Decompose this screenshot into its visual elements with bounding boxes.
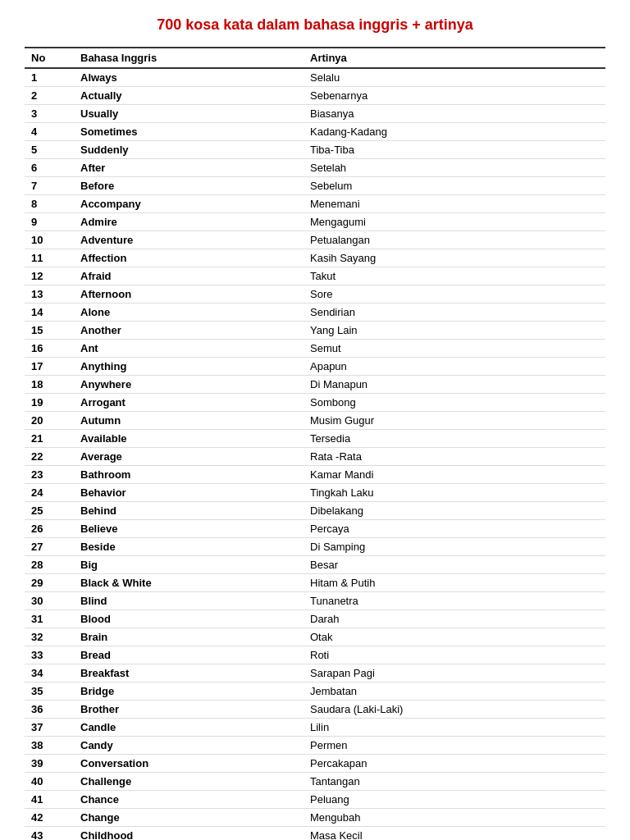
cell-number: 26 <box>25 520 74 538</box>
cell-number: 18 <box>25 376 74 394</box>
cell-number: 13 <box>25 285 74 304</box>
cell-translation: Otak <box>304 628 605 646</box>
cell-number: 39 <box>25 755 74 773</box>
cell-english: Believe <box>74 520 304 538</box>
cell-number: 25 <box>25 502 74 520</box>
cell-number: 14 <box>25 304 74 322</box>
cell-number: 15 <box>25 322 74 340</box>
cell-english: Ant <box>74 340 304 358</box>
cell-english: Bathroom <box>74 466 304 484</box>
cell-english: Usually <box>74 105 304 123</box>
cell-translation: Yang Lain <box>304 322 605 340</box>
cell-translation: Kadang-Kadang <box>304 123 605 141</box>
cell-number: 41 <box>25 791 74 809</box>
cell-english: Anywhere <box>74 376 304 394</box>
cell-translation: Apapun <box>304 358 605 376</box>
cell-number: 43 <box>25 827 74 841</box>
table-row: 23BathroomKamar Mandi <box>25 466 605 484</box>
cell-translation: Percakapan <box>304 755 605 773</box>
table-row: 14AloneSendirian <box>25 304 605 322</box>
table-row: 41ChancePeluang <box>25 791 605 809</box>
table-row: 30BlindTunanetra <box>25 592 605 610</box>
cell-english: Arrogant <box>74 394 304 412</box>
table-row: 34BreakfastSarapan Pagi <box>25 664 605 682</box>
cell-english: Big <box>74 556 304 574</box>
cell-translation: Takut <box>304 267 605 285</box>
table-row: 5SuddenlyTiba-Tiba <box>25 141 605 159</box>
cell-translation: Setelah <box>304 159 605 177</box>
cell-english: Afraid <box>74 267 304 285</box>
cell-english: Available <box>74 430 304 448</box>
table-row: 25BehindDibelakang <box>25 502 605 520</box>
cell-translation: Tunanetra <box>304 592 605 610</box>
cell-number: 9 <box>25 213 74 231</box>
cell-translation: Tantangan <box>304 773 605 791</box>
cell-english: Chance <box>74 791 304 809</box>
table-row: 43ChildhoodMasa Kecil <box>25 827 605 841</box>
cell-number: 35 <box>25 682 74 701</box>
cell-translation: Tersedia <box>304 430 605 448</box>
cell-number: 29 <box>25 574 74 592</box>
cell-number: 20 <box>25 412 74 430</box>
cell-english: Behind <box>74 502 304 520</box>
cell-translation: Lilin <box>304 719 605 737</box>
page-title: 700 kosa kata dalam bahasa inggris + art… <box>25 16 605 34</box>
cell-number: 19 <box>25 394 74 412</box>
cell-number: 38 <box>25 737 74 755</box>
cell-number: 7 <box>25 177 74 195</box>
cell-number: 4 <box>25 123 74 141</box>
cell-number: 34 <box>25 664 74 682</box>
cell-number: 6 <box>25 159 74 177</box>
cell-english: Autumn <box>74 412 304 430</box>
cell-number: 5 <box>25 141 74 159</box>
cell-translation: Peluang <box>304 791 605 809</box>
table-row: 28BigBesar <box>25 556 605 574</box>
cell-translation: Tiba-Tiba <box>304 141 605 159</box>
cell-translation: Sombong <box>304 394 605 412</box>
cell-translation: Besar <box>304 556 605 574</box>
cell-english: Blood <box>74 610 304 628</box>
table-row: 6AfterSetelah <box>25 159 605 177</box>
cell-english: Black & White <box>74 574 304 592</box>
cell-number: 30 <box>25 592 74 610</box>
cell-number: 33 <box>25 646 74 664</box>
cell-number: 2 <box>25 87 74 105</box>
cell-english: Suddenly <box>74 141 304 159</box>
table-row: 40ChallengeTantangan <box>25 773 605 791</box>
cell-translation: Musim Gugur <box>304 412 605 430</box>
cell-translation: Sebenarnya <box>304 87 605 105</box>
cell-english: Before <box>74 177 304 195</box>
cell-number: 27 <box>25 538 74 556</box>
table-row: 26BelievePercaya <box>25 520 605 538</box>
cell-number: 17 <box>25 358 74 376</box>
cell-english: After <box>74 159 304 177</box>
cell-translation: Roti <box>304 646 605 664</box>
table-row: 1AlwaysSelalu <box>25 68 605 87</box>
table-row: 17AnythingApapun <box>25 358 605 376</box>
cell-translation: Sendirian <box>304 304 605 322</box>
cell-english: Bread <box>74 646 304 664</box>
cell-translation: Sebelum <box>304 177 605 195</box>
cell-number: 32 <box>25 628 74 646</box>
table-row: 7BeforeSebelum <box>25 177 605 195</box>
table-row: 3UsuallyBiasanya <box>25 105 605 123</box>
table-row: 10AdventurePetualangan <box>25 231 605 249</box>
cell-english: Change <box>74 809 304 827</box>
table-row: 37CandleLilin <box>25 719 605 737</box>
table-row: 16AntSemut <box>25 340 605 358</box>
cell-english: Sometimes <box>74 123 304 141</box>
cell-number: 16 <box>25 340 74 358</box>
cell-english: Affection <box>74 249 304 267</box>
cell-number: 22 <box>25 448 74 466</box>
cell-english: Average <box>74 448 304 466</box>
cell-number: 40 <box>25 773 74 791</box>
cell-number: 1 <box>25 68 74 87</box>
header-no: No <box>25 48 74 68</box>
cell-translation: Di Samping <box>304 538 605 556</box>
cell-number: 11 <box>25 249 74 267</box>
cell-english: Brain <box>74 628 304 646</box>
cell-translation: Sore <box>304 285 605 304</box>
table-row: 18AnywhereDi Manapun <box>25 376 605 394</box>
cell-english: Admire <box>74 213 304 231</box>
cell-number: 23 <box>25 466 74 484</box>
